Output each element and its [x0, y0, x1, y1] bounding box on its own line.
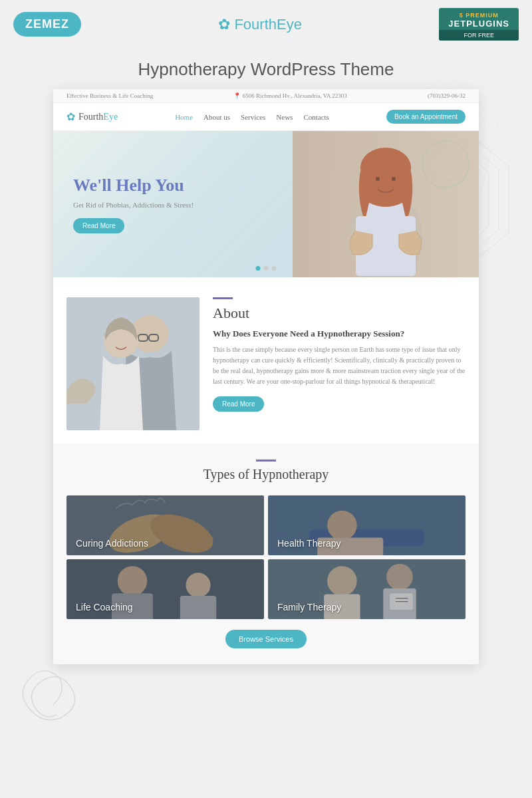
site-logo-icon: ✿ — [66, 110, 75, 123]
svg-rect-35 — [390, 593, 413, 610]
site-location: 📍 6506 Richmond Hv., Alexandria, VA 2230… — [233, 92, 346, 99]
svg-point-33 — [386, 564, 413, 591]
site-tagline: Effective Business & Life Coaching — [66, 92, 153, 99]
jetplugins-label: JETPLUGINS — [448, 19, 509, 29]
book-appointment-button[interactable]: Book an Appointment — [386, 110, 466, 124]
about-title: About — [213, 305, 466, 322]
hero-dot-1[interactable] — [256, 266, 261, 271]
nav-contacts[interactable]: Contacts — [303, 113, 329, 121]
top-bar: ZEMEZ ✿ FourthEye 5 PREMIUM JETPLUGINS F… — [0, 0, 532, 49]
hero-subheading: Get Rid of Phobias, Addictions & Stress! — [73, 201, 194, 209]
flower-icon: ✿ — [218, 16, 230, 33]
section-spacer — [53, 277, 479, 284]
zemez-logo[interactable]: ZEMEZ — [13, 12, 81, 37]
premium-label: 5 PREMIUM — [448, 12, 509, 19]
type-card-family-therapy[interactable]: Family Therapy — [268, 559, 466, 619]
svg-rect-34 — [383, 589, 416, 619]
site-logo: ✿ FourthEye — [66, 110, 118, 123]
nav-about[interactable]: About us — [203, 113, 230, 121]
forfree-label: FOR FREE — [439, 30, 519, 41]
types-divider — [256, 460, 276, 462]
jetplugins-badge: 5 PREMIUM JETPLUGINS FOR FREE — [439, 8, 519, 41]
about-read-more-button[interactable]: Read More — [213, 396, 264, 412]
svg-point-28 — [118, 566, 148, 596]
types-title: Types of Hypnotherapy — [66, 467, 466, 482]
nav-services[interactable]: Services — [241, 113, 265, 121]
card-label-family-therapy: Family Therapy — [268, 595, 350, 619]
hero-read-more-button[interactable]: Read More — [73, 218, 124, 233]
page-title-area: Hypnotherapy WordPress Theme — [0, 49, 532, 89]
type-card-health-therapy[interactable]: Health Therapy — [268, 495, 466, 555]
hero-dots — [256, 266, 277, 271]
site-header: ✿ FourthEye Home About us Services News … — [53, 103, 479, 131]
card-label-life-coaching: Life Coaching — [66, 595, 142, 619]
types-grid: Curing Addictions Health Therapy — [66, 495, 466, 619]
browse-services-button[interactable]: Browse Services — [225, 630, 307, 648]
hero-bg-decoration — [419, 138, 472, 191]
card-label-curing-addictions: Curing Addictions — [66, 531, 158, 555]
hero-content: We'll Help You Get Rid of Phobias, Addic… — [53, 156, 213, 253]
svg-point-10 — [376, 177, 380, 181]
svg-point-30 — [186, 573, 210, 597]
nav-home[interactable]: Home — [175, 113, 193, 121]
type-card-life-coaching[interactable]: Life Coaching — [66, 559, 264, 619]
card-label-health-therapy: Health Therapy — [268, 531, 350, 555]
about-image — [66, 297, 200, 430]
browse-btn-wrap: Browse Services — [66, 630, 466, 648]
about-body: This is the case simply because every si… — [213, 344, 466, 387]
about-question: Why Does Everyone Need a Hypnotherapy Se… — [213, 329, 466, 339]
brand-logo: ✿ FourthEye — [218, 16, 302, 33]
svg-point-13 — [429, 148, 462, 181]
hero-heading: We'll Help You — [73, 176, 194, 196]
site-topbar: Effective Business & Life Coaching 📍 650… — [53, 89, 479, 103]
site-mockup: Effective Business & Life Coaching 📍 650… — [53, 89, 479, 664]
types-section: Types of Hypnotherapy Curing Addictions — [53, 444, 479, 664]
site-nav: Home About us Services News Contacts — [175, 113, 329, 121]
hero-section: We'll Help You Get Rid of Phobias, Addic… — [53, 131, 479, 277]
about-content: About Why Does Everyone Need a Hypnother… — [213, 297, 466, 412]
svg-point-38 — [327, 566, 357, 596]
brand-text: FourthEye — [234, 16, 302, 33]
site-logo-text: FourthEye — [78, 112, 118, 122]
svg-point-11 — [392, 177, 396, 181]
about-section: About Why Does Everyone Need a Hypnother… — [53, 284, 479, 444]
svg-rect-31 — [180, 596, 216, 619]
hero-dot-2[interactable] — [264, 266, 269, 271]
about-divider — [213, 297, 233, 299]
about-couple-illustration — [66, 297, 200, 430]
nav-news[interactable]: News — [276, 113, 293, 121]
site-phone: (703)329-06-32 — [428, 92, 466, 99]
types-header: Types of Hypnotherapy — [66, 460, 466, 482]
page-title: Hypnotherapy WordPress Theme — [13, 59, 519, 80]
type-card-curing-addictions[interactable]: Curing Addictions — [66, 495, 264, 555]
hero-dot-3[interactable] — [272, 266, 277, 271]
